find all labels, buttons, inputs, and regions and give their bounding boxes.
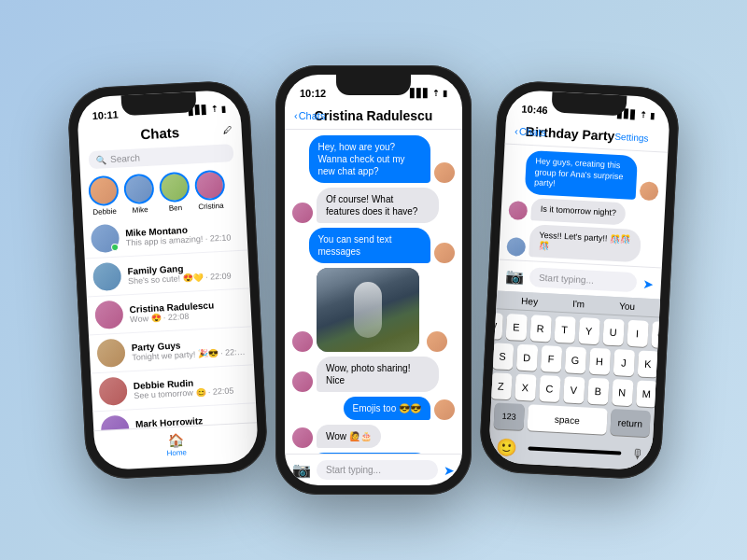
tab-home[interactable]: 🏠 Home bbox=[165, 432, 187, 457]
camera-icon-2[interactable]: 📷 bbox=[292, 461, 311, 479]
key-d[interactable]: D bbox=[515, 344, 537, 371]
key-v[interactable]: V bbox=[563, 376, 585, 403]
key-m[interactable]: M bbox=[635, 380, 656, 407]
recv-avatar-2b bbox=[292, 331, 313, 352]
nav-title-2: Cristina Radulescu bbox=[315, 108, 433, 123]
chat-avatar-family bbox=[92, 262, 122, 292]
key-k[interactable]: K bbox=[637, 350, 658, 377]
key-e[interactable]: E bbox=[505, 314, 527, 341]
send-button-3[interactable]: ➤ bbox=[642, 275, 655, 291]
status-time: 10:11 bbox=[92, 109, 119, 121]
message-input-2[interactable]: Start typing... bbox=[317, 460, 438, 480]
phone-group-chat: 10:46 ▋▋▋ ⇡ ▮ ‹ Chats Birthday Party Set… bbox=[478, 79, 681, 481]
settings-button[interactable]: Settings bbox=[614, 131, 649, 143]
key-n[interactable]: N bbox=[612, 379, 633, 406]
battery-icon-3: ▮ bbox=[650, 111, 655, 120]
suggestion-you[interactable]: You bbox=[619, 301, 635, 312]
story-ben[interactable]: Ben bbox=[159, 172, 190, 214]
key-i[interactable]: I bbox=[627, 320, 648, 347]
wifi-icon: ⇡ bbox=[210, 105, 218, 114]
msg-1: Hey, how are you? Wanna check out my new… bbox=[292, 135, 455, 183]
emoji-key[interactable]: 🙂 bbox=[496, 437, 517, 458]
key-b[interactable]: B bbox=[587, 378, 609, 405]
camera-icon-3[interactable]: 📷 bbox=[505, 267, 525, 286]
key-r[interactable]: R bbox=[529, 315, 551, 342]
key-l[interactable]: L bbox=[661, 352, 670, 379]
msg-bubble-g1: Hey guys, creating this group for Ana's … bbox=[524, 150, 638, 200]
story-avatar-mike bbox=[123, 174, 155, 205]
msg-bubble-6: Wow 🙋🎂 bbox=[317, 425, 381, 448]
stories-row: Debbie Mike Ben Cristina bbox=[80, 165, 246, 221]
story-mike[interactable]: Mike bbox=[123, 174, 155, 216]
back-button-3[interactable]: ‹ Chats bbox=[514, 125, 546, 138]
key-f[interactable]: F bbox=[540, 345, 561, 372]
msg-4: Wow, photo sharing! Nice bbox=[292, 357, 455, 392]
chat-info-family: Family Gang She's so cute! 😍💛 · 22:09 bbox=[127, 259, 242, 285]
story-debbie[interactable]: Debbie bbox=[88, 175, 120, 217]
key-w[interactable]: W bbox=[488, 313, 503, 340]
battery-icon-2: ▮ bbox=[443, 89, 447, 98]
msg-2: Of course! What features does it have? bbox=[292, 188, 455, 223]
msg-bubble-3: You can send text messages bbox=[309, 228, 431, 263]
key-x[interactable]: X bbox=[514, 374, 536, 401]
space-key[interactable]: space bbox=[527, 404, 607, 434]
chat-list: Mike Montano This app is amazing! · 22:1… bbox=[83, 213, 258, 431]
chat-avatar-cristina-list bbox=[94, 301, 124, 330]
home-icon: 🏠 bbox=[168, 432, 185, 448]
msg-bubble-g2: Is it tomorrow night? bbox=[530, 198, 626, 225]
screen-center: 10:12 ▋▋▋ ⇡ ▮ ‹ Chats Cristina Radulescu… bbox=[285, 75, 462, 485]
msg-bubble-4: Wow, photo sharing! Nice bbox=[317, 357, 439, 392]
story-cristina[interactable]: Cristina bbox=[194, 170, 226, 212]
sent-avatar-2d bbox=[434, 399, 455, 420]
return-key[interactable]: return bbox=[610, 409, 651, 437]
key-t[interactable]: T bbox=[554, 316, 575, 343]
phone-conversation: 10:12 ▋▋▋ ⇡ ▮ ‹ Chats Cristina Radulescu… bbox=[275, 65, 472, 495]
suggestion-im[interactable]: I'm bbox=[572, 299, 585, 310]
chat-info-debbie: Debbie Rudin See u tomorrow 😊 · 22:05 bbox=[134, 374, 248, 399]
story-avatar-debbie bbox=[88, 175, 120, 207]
suggestion-hey[interactable]: Hey bbox=[521, 296, 538, 307]
key-h[interactable]: H bbox=[588, 348, 610, 375]
key-j[interactable]: J bbox=[613, 349, 634, 376]
key-a[interactable]: A bbox=[488, 342, 489, 369]
key-s[interactable]: S bbox=[491, 343, 513, 370]
status-time-2: 10:12 bbox=[300, 88, 326, 99]
chat-avatar-mark bbox=[101, 414, 131, 430]
key-o[interactable]: O bbox=[651, 321, 671, 348]
edit-button[interactable]: 🖊 bbox=[222, 124, 233, 135]
num-key[interactable]: 123 bbox=[494, 402, 525, 430]
mic-icon[interactable]: 🎙 bbox=[631, 446, 645, 462]
msg-g3: Yess!! Let's party!! 🎊🎊🎊 bbox=[506, 223, 656, 264]
msg-5: Emojis too 😎😎 bbox=[292, 397, 455, 420]
tab-bar: 🏠 Home bbox=[93, 422, 259, 470]
key-z[interactable]: Z bbox=[490, 372, 512, 399]
screen: 10:11 ▋▋▋ ⇡ ▮ Chats 🖊 🔍 Search Debbie bbox=[77, 90, 260, 471]
msg-bubble-g3: Yess!! Let's party!! 🎊🎊🎊 bbox=[529, 224, 641, 263]
chat-avatar-party bbox=[96, 339, 126, 369]
search-bar[interactable]: 🔍 Search bbox=[89, 144, 234, 169]
notch-center bbox=[336, 75, 411, 95]
key-row-3: ⇧ Z X C V B N M ⌫ bbox=[495, 372, 652, 407]
key-g[interactable]: G bbox=[564, 346, 585, 373]
backspace-key[interactable]: ⌫ bbox=[659, 382, 670, 409]
notch bbox=[120, 91, 196, 116]
story-name-debbie: Debbie bbox=[92, 207, 117, 217]
msg-g2: Is it tomorrow night? bbox=[508, 197, 657, 227]
online-dot bbox=[111, 244, 119, 251]
back-button-2[interactable]: ‹ Chats bbox=[294, 110, 325, 121]
keyboard: Hey I'm You Q W E R T Y U I O P bbox=[488, 290, 660, 470]
recv-avatar-3b bbox=[506, 237, 526, 257]
story-name-ben: Ben bbox=[169, 203, 183, 213]
status-time-3: 10:46 bbox=[521, 104, 548, 116]
story-name-cristina: Cristina bbox=[198, 202, 224, 211]
key-y[interactable]: Y bbox=[578, 317, 599, 344]
search-placeholder: Search bbox=[110, 152, 140, 164]
story-avatar-cristina bbox=[194, 170, 226, 202]
sent-avatar-2 bbox=[434, 162, 455, 183]
chat-info-cristina: Cristina Radulescu Wow 😍 · 22:08 bbox=[129, 298, 244, 323]
key-u[interactable]: U bbox=[602, 318, 624, 345]
send-button-2[interactable]: ➤ bbox=[444, 463, 455, 478]
key-c[interactable]: C bbox=[539, 375, 560, 402]
recv-avatar-2c bbox=[292, 371, 313, 392]
message-input-3[interactable]: Start typing... bbox=[529, 267, 638, 292]
